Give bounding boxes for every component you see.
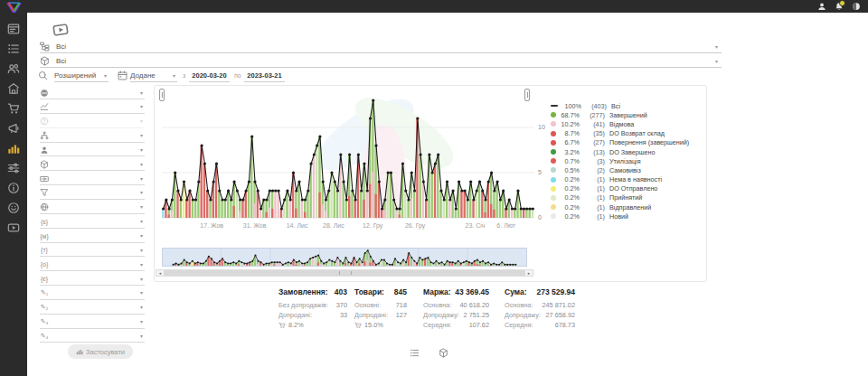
navigator-left-handle[interactable] <box>159 89 165 101</box>
scrollbar-thumb[interactable] <box>164 270 525 276</box>
legend-count: (403) <box>581 102 607 110</box>
stat-sub-value: 33 <box>340 310 347 320</box>
legend-count: (1) <box>580 212 605 221</box>
search-mode-dropdown[interactable]: Розширений ▾ <box>54 70 108 82</box>
utm-term-filter-dropdown[interactable]: {т}▾ <box>40 244 145 257</box>
custom-field-4-filter-dropdown[interactable]: ✎₄▾ <box>40 330 145 343</box>
sidebar-item-settings[interactable] <box>7 162 20 174</box>
chevron-down-icon: ▾ <box>715 59 718 64</box>
main-content: Всі ▾ Всі ▾ Розширений ▾ Додане ▾ з 2020… <box>27 13 868 376</box>
x-tick-label: 14. Лис <box>282 222 313 229</box>
app-logo-icon[interactable] <box>6 1 22 13</box>
legend-item[interactable]: 100%(403)Всі <box>551 101 703 110</box>
date-to-input[interactable]: 2023-03-21 <box>244 70 285 82</box>
utm-content-filter-dropdown[interactable]: {о}▾ <box>40 258 145 271</box>
notification-badge <box>839 0 845 6</box>
scroll-right-icon[interactable]: ▸ <box>525 270 533 276</box>
sidebar-item-marketing[interactable] <box>7 122 20 135</box>
legend-label: DO Возврат склад <box>609 129 665 137</box>
chart-scrollbar[interactable]: ◂ ▸ <box>156 269 533 277</box>
chart-card: 0510 17. Жов31. Жов14. Лис28. Лис12. Гру… <box>154 85 707 282</box>
chevron-down-icon: ▾ <box>140 176 145 182</box>
dynamics-filter-dropdown[interactable]: ▾ <box>40 101 145 114</box>
legend-item[interactable]: 3.2%(13)DO Завершено <box>551 147 703 156</box>
product-dropdown-value: Всі <box>56 57 66 65</box>
scrollbar-grip <box>339 271 352 275</box>
orders-chart[interactable] <box>162 91 534 220</box>
notifications-icon[interactable] <box>835 2 844 11</box>
scroll-left-icon[interactable]: ◂ <box>156 270 164 276</box>
question-icon <box>40 117 49 126</box>
legend-item[interactable]: 0.5%(2)Самовивіз <box>551 165 703 174</box>
products-view-toggle-icon[interactable] <box>439 348 448 358</box>
legend-item[interactable]: 8.7%(35)DO Возврат склад <box>551 129 703 138</box>
date-from-input[interactable]: 2020-03-20 <box>189 70 230 82</box>
utm-medium-filter-dropdown[interactable]: {м}▾ <box>40 230 145 243</box>
legend-item[interactable]: 0.2%(1)Відправлений <box>551 202 703 212</box>
legend-item[interactable]: 0.2%(1)DO Отправлено <box>551 184 703 193</box>
search-icon[interactable] <box>38 70 48 80</box>
legend-percent: 0.2% <box>556 175 580 183</box>
legend-item[interactable]: 10.2%(41)Відмова <box>551 119 703 128</box>
chevron-down-icon: ▾ <box>715 44 718 50</box>
upsell-share-value: 8.2% <box>288 320 304 330</box>
legend-item[interactable]: 0.7%(3)Утилізація <box>551 156 703 165</box>
legend-percent: 0.2% <box>556 184 580 193</box>
legend-item[interactable]: 0.2%(1)Новий <box>551 212 703 221</box>
date-field-dropdown[interactable]: Додане ▾ <box>130 70 177 82</box>
video-help-icon[interactable] <box>49 20 72 39</box>
sidebar-item-video[interactable] <box>7 221 20 234</box>
stat-sub-label: Середня: <box>505 320 533 330</box>
chevron-down-icon: ▾ <box>140 90 145 96</box>
orders-view-toggle-icon[interactable] <box>410 348 420 358</box>
chevron-down-icon: ▾ <box>140 147 145 153</box>
custom-field-3-filter-dropdown[interactable]: ✎₃▾ <box>40 316 145 329</box>
legend-item[interactable]: 0.2%(1)Нема в наявності <box>551 175 703 184</box>
legend-count: (13) <box>580 148 605 156</box>
utm-source-filter-dropdown[interactable]: {s}▾ <box>40 216 145 229</box>
profile-icon[interactable] <box>852 2 861 11</box>
legend-item[interactable]: 68.7%(277)Завершений <box>551 110 703 119</box>
cart-icon <box>354 322 362 329</box>
stat-sub-label: Без допродажів: <box>278 300 328 310</box>
date-from-label: з <box>183 72 185 79</box>
utm-campaign-filter-dropdown[interactable]: {є}▾ <box>40 273 145 286</box>
trend-icon <box>40 102 49 111</box>
unknown-filter-dropdown[interactable]: ▾ <box>40 116 145 128</box>
structure-filter-dropdown[interactable]: ▾ <box>40 130 145 143</box>
source-dropdown[interactable]: Всі ▾ <box>40 41 722 53</box>
legend-item[interactable]: 0.2%(1)Прийнятий <box>551 193 703 202</box>
stat-sub-label: Допродажу: <box>423 310 459 320</box>
product-dropdown[interactable]: Всі ▾ <box>40 55 722 68</box>
funnel-filter-dropdown[interactable]: ▾ <box>40 187 145 200</box>
stat-sub-row: Допродажу:27 658.92 <box>505 310 575 320</box>
sidebar-item-cart[interactable] <box>7 102 20 115</box>
upsell-share-row: 15.0% <box>354 320 407 330</box>
calendar-icon[interactable] <box>118 70 127 80</box>
stat-sub-label: Середня: <box>423 320 452 330</box>
custom-field-1-filter-dropdown[interactable]: ✎₁▾ <box>40 287 145 300</box>
payment-filter-dropdown[interactable]: ▾ <box>40 173 145 185</box>
manager-filter-dropdown[interactable]: ▾ <box>40 144 145 156</box>
product-filter-dropdown[interactable]: ▾ <box>40 158 145 171</box>
legend-count: (1) <box>580 203 605 212</box>
chart-navigator[interactable] <box>162 248 527 267</box>
stat-column: Замовлення:403Без допродажів:370Допродан… <box>278 287 347 330</box>
sidebar-item-customers[interactable] <box>7 62 20 75</box>
sidebar-item-info[interactable] <box>7 182 20 194</box>
apply-filters-button[interactable]: Застосувати <box>68 344 133 359</box>
custom-field-2-filter-dropdown[interactable]: ✎₂▾ <box>40 302 145 315</box>
account-icon[interactable] <box>817 2 826 11</box>
status-filter-dropdown[interactable]: ▾ <box>40 87 145 99</box>
navigator-right-handle[interactable] <box>524 89 530 101</box>
legend-label: Завершений <box>609 111 647 119</box>
sidebar-item-analytics[interactable] <box>7 142 20 155</box>
sidebar-item-orders[interactable] <box>7 42 20 55</box>
source-filter-dropdown[interactable]: ▾ <box>40 202 145 214</box>
sidebar-item-store[interactable] <box>7 82 20 95</box>
globe-icon <box>40 202 49 212</box>
sidebar-item-support[interactable] <box>7 202 20 214</box>
legend-item[interactable]: 6.7%(27)Повернення (завершений) <box>551 138 703 147</box>
legend-label: DO Отправлено <box>609 184 657 193</box>
sidebar-item-dashboard[interactable] <box>7 23 20 35</box>
